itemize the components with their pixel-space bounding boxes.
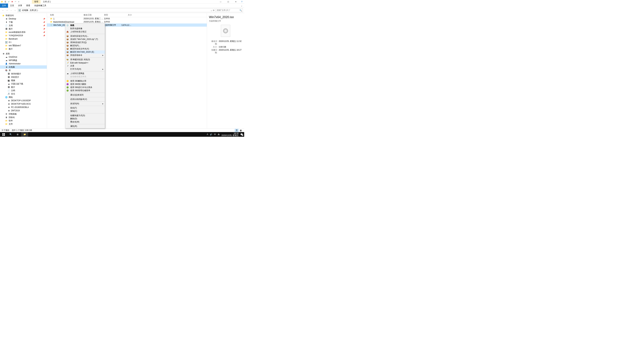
menu-item[interactable]: 📦解压到(F)... bbox=[65, 44, 105, 47]
view-details-button[interactable]: ☰ bbox=[235, 129, 238, 132]
close-button[interactable]: ✕ bbox=[232, 0, 240, 4]
ribbon-context-tab[interactable]: 管理 bbox=[32, 0, 40, 4]
crumb-drive[interactable]: 文档 (E:)› bbox=[30, 9, 39, 12]
nav-back-button[interactable]: ← bbox=[1, 9, 5, 12]
file-row[interactable]: 📁12020/12/15, 星期二 1...文件夹 bbox=[47, 17, 207, 20]
menu-item[interactable]: 🟢使用 360进行木马云查杀 bbox=[65, 86, 105, 89]
qat-dropdown-icon[interactable]: ▾ bbox=[18, 0, 20, 3]
menu-item[interactable]: 重命名(M) bbox=[65, 120, 105, 123]
menu-item[interactable]: 🐝用 蜂蜜浏览器 浏览(3) bbox=[65, 58, 105, 61]
menu-item[interactable]: 🟡使用 360解除占用 bbox=[65, 79, 105, 83]
context-menu[interactable]: 💿装载刻录光盘映像📤上传到有道云笔记📦添加到压缩文件(A)...📦添加到 "Wi… bbox=[65, 23, 105, 128]
nav-item[interactable]: 🖥PC-20190530OBLA bbox=[0, 106, 47, 109]
nav-up-button[interactable]: ↑ bbox=[14, 9, 17, 12]
nav-item[interactable]: 📁excel表格制作求和📌 bbox=[0, 30, 47, 34]
tab-disctools[interactable]: 光盘映像工具 bbox=[32, 3, 48, 8]
col-date[interactable]: 修改日期 bbox=[84, 13, 104, 16]
menu-item[interactable]: 通过QQ发送到 bbox=[65, 93, 105, 96]
crumb-pc[interactable]: 此电脑› bbox=[22, 9, 29, 12]
taskbar-clock[interactable]: 16:32 2020/12/25, 星期五 bbox=[221, 132, 239, 136]
taskbar-search-button[interactable]: 🔍 bbox=[7, 132, 14, 137]
nav-history-button[interactable]: ⌄ bbox=[10, 9, 13, 12]
menu-item[interactable]: 📦用360压缩打开(Q) bbox=[65, 41, 105, 44]
menu-item[interactable]: 打开方式(H)▶ bbox=[65, 67, 105, 71]
nav-item[interactable]: 🖥桌面 bbox=[0, 52, 47, 55]
nav-item[interactable]: 🖥ZMT2019 bbox=[0, 109, 47, 112]
column-headers[interactable]: 名称 修改日期 类型 大小 bbox=[47, 13, 207, 17]
tab-share[interactable]: 共享 bbox=[16, 3, 24, 8]
tab-view[interactable]: 查看 bbox=[24, 3, 32, 8]
nav-item[interactable]: 🎵音乐 bbox=[0, 92, 47, 95]
nav-item[interactable]: ☁天翼云盘下载 bbox=[0, 82, 47, 85]
nav-item[interactable]: 📁YUNQISHI2019📌 bbox=[0, 34, 47, 37]
menu-item[interactable]: 🟢使用 360管理右键菜单 bbox=[65, 89, 105, 92]
refresh-icon[interactable]: ⟳ bbox=[213, 9, 214, 11]
nav-item[interactable]: 📁win7重装win7 bbox=[0, 44, 47, 47]
col-type[interactable]: 类型 bbox=[104, 13, 122, 16]
nav-item[interactable]: 🌐网络 bbox=[0, 95, 47, 99]
nav-item[interactable]: 📁Bandicam bbox=[0, 37, 47, 40]
file-row[interactable]: 📁BaiduNetdiskDownload2020/12/25, 星期五 1..… bbox=[47, 20, 207, 23]
qat-icon[interactable]: ☰ bbox=[4, 0, 7, 3]
nav-item[interactable]: ⭐快速访问 bbox=[0, 14, 47, 17]
menu-item[interactable]: 📤上传到有道云笔记 bbox=[65, 30, 105, 33]
menu-item[interactable]: 属性(R) bbox=[65, 125, 105, 128]
qat-delete-icon[interactable]: ✖ bbox=[11, 0, 14, 3]
maximize-button[interactable]: ▢ bbox=[224, 0, 232, 4]
nav-item[interactable]: 🖼本机照片 bbox=[0, 75, 47, 79]
nav-item[interactable]: 💽G:\ bbox=[0, 40, 47, 44]
nav-item[interactable]: 📁文件 bbox=[0, 122, 47, 126]
col-name[interactable]: 名称 bbox=[47, 13, 84, 16]
view-icons-button[interactable]: ▦ bbox=[239, 129, 242, 132]
address-bar[interactable]: 💽 › 此电脑› 文档 (E:)› ⌄ ⟳ bbox=[18, 8, 215, 12]
nav-item[interactable]: 📁软件 bbox=[0, 119, 47, 122]
nav-item[interactable]: 📄文档📌 bbox=[0, 24, 47, 27]
nav-forward-button[interactable]: → bbox=[5, 9, 9, 12]
menu-item[interactable]: 📦添加到 "Win7x64_2020.zip" (T) bbox=[65, 38, 105, 41]
menu-item[interactable]: 📝Edit with Notepad++ bbox=[65, 61, 105, 64]
nav-item[interactable]: 🖼图片 bbox=[0, 85, 47, 89]
qat-save-icon[interactable]: ✔ bbox=[8, 0, 10, 3]
tray-expand-icon[interactable]: ᐱ bbox=[207, 133, 208, 136]
nav-item[interactable]: ⚙控制面板 bbox=[0, 112, 47, 116]
menu-item[interactable]: 📦解压到当前文件夹(X) bbox=[65, 47, 105, 50]
qat-undo-icon[interactable]: ↶ bbox=[14, 0, 17, 3]
tray-ime-icon[interactable]: 中 bbox=[214, 133, 216, 136]
menu-item[interactable]: 创建快捷方式(S) bbox=[65, 114, 105, 117]
nav-item[interactable]: 🖥DESKTOP-NJEU3CG bbox=[0, 102, 47, 106]
nav-item[interactable]: 👤Administrator bbox=[0, 62, 47, 65]
nav-item[interactable]: 📁图片 bbox=[0, 47, 47, 51]
address-dropdown-icon[interactable]: ⌄ bbox=[210, 9, 212, 11]
menu-item[interactable]: ☁上传到百度网盘 bbox=[65, 72, 105, 75]
tab-file[interactable]: 文件 bbox=[0, 3, 8, 8]
taskbar-explorer-button[interactable]: 📁 bbox=[21, 132, 28, 137]
ribbon-expand-icon[interactable]: ⌄ bbox=[241, 4, 244, 7]
search-input[interactable]: 搜索"文档 (E:)" 🔍 bbox=[216, 8, 243, 12]
menu-item[interactable]: 🟣使用 360强力删除 bbox=[65, 83, 105, 86]
nav-item[interactable]: 🖥DESKTOP-LSSOEDP bbox=[0, 99, 47, 102]
menu-item[interactable]: 剪切(T) bbox=[65, 106, 105, 110]
tray-volume-icon[interactable]: 🔊 bbox=[210, 133, 212, 136]
minimize-button[interactable]: — bbox=[217, 0, 224, 4]
menu-item[interactable]: 复制(C) bbox=[65, 110, 105, 113]
menu-item[interactable]: 📦添加到压缩文件(A)... bbox=[65, 34, 105, 38]
tab-home[interactable]: 主页 bbox=[8, 3, 16, 8]
chevron-right-icon[interactable]: › bbox=[21, 9, 22, 11]
help-button[interactable]: ? bbox=[240, 0, 244, 4]
nav-item[interactable]: 🗑回收站 bbox=[0, 116, 47, 119]
nav-item[interactable]: 📄文档 bbox=[0, 89, 47, 92]
taskview-button[interactable]: ⊞ bbox=[14, 132, 21, 137]
nav-item[interactable]: 🖼保存的图片 bbox=[0, 72, 47, 75]
nav-item[interactable]: 🖥此电脑 bbox=[0, 65, 47, 69]
menu-item[interactable]: 发送到(N)▶ bbox=[65, 102, 105, 105]
col-size[interactable]: 大小 bbox=[122, 13, 133, 16]
tray-network-icon[interactable]: 🖧 bbox=[218, 133, 220, 136]
nav-item[interactable]: 🖥Desktop📌 bbox=[0, 17, 47, 20]
taskbar[interactable]: 🔍 ⊞ 📁 ᐱ 🔊 中 🖧 16:32 2020/12/25, 星期五 💬3 bbox=[0, 132, 244, 137]
tray-notification-icon[interactable]: 💬3 bbox=[240, 133, 243, 136]
start-button[interactable] bbox=[0, 132, 7, 137]
menu-item[interactable]: 💿装载 bbox=[65, 24, 105, 27]
menu-item[interactable]: 还原以前的版本(V) bbox=[65, 98, 105, 101]
menu-item[interactable]: 📦其他压缩命令▶ bbox=[65, 54, 105, 57]
nav-tree[interactable]: ⭐快速访问🖥Desktop📌⬇下载📌📄文档📌🖼图片📌📁excel表格制作求和📌📁… bbox=[0, 13, 47, 128]
